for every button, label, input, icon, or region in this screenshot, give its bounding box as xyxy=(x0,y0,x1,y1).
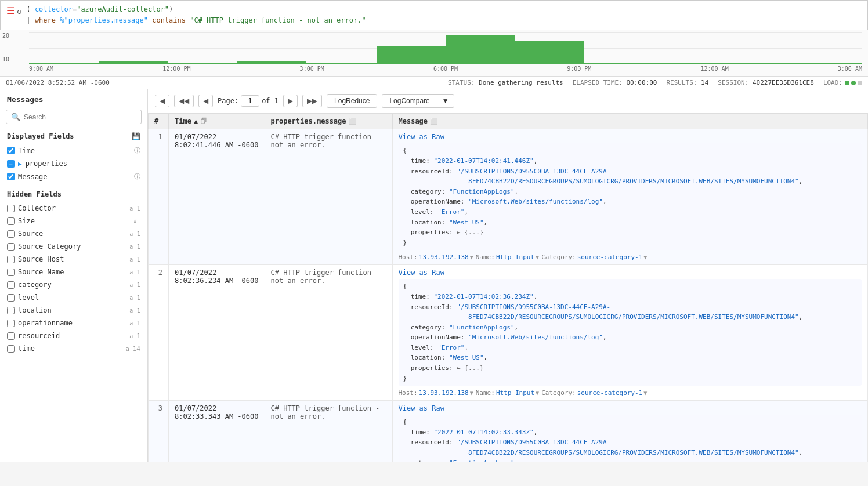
table-row: 3 01/07/2022 8:02:33.343 AM -0600 C# HTT… xyxy=(149,401,868,463)
category-checkbox[interactable] xyxy=(7,281,15,289)
log-reduce-button[interactable]: LogReduce xyxy=(327,94,377,108)
log-compare-button[interactable]: LogCompare xyxy=(382,94,436,108)
hidden-field-resourceid[interactable]: resourceid a 1 xyxy=(0,329,147,342)
field-item-time[interactable]: Time ⓘ xyxy=(0,144,147,157)
source-host-checkbox[interactable] xyxy=(7,256,15,263)
status-value: Done gathering results xyxy=(479,79,563,86)
location-checkbox[interactable] xyxy=(7,307,15,314)
category-key-1: Category: xyxy=(541,253,576,261)
host-val-2[interactable]: 13.93.192.138 xyxy=(419,389,469,397)
hidden-field-source-name[interactable]: Source Name a 1 xyxy=(0,266,147,278)
hidden-field-collector[interactable]: Collector a 1 xyxy=(0,202,147,215)
hidden-field-level[interactable]: level a 1 xyxy=(0,291,147,304)
source-category-checkbox[interactable] xyxy=(7,243,15,251)
name-key-2: Name: xyxy=(476,389,495,397)
name-dropdown-1[interactable]: ▼ xyxy=(536,254,539,260)
th-properties-message[interactable]: properties.message ⬜ xyxy=(265,114,392,129)
chart-bars xyxy=(29,35,862,64)
nav-prev-button[interactable]: ◀ xyxy=(198,95,213,107)
y-label-10: 10 xyxy=(2,56,21,63)
results-table: # Time ▲ 🗍 properties.message ⬜ Message … xyxy=(148,113,868,462)
hidden-field-source-category[interactable]: Source Category a 1 xyxy=(0,240,147,253)
chart-y-labels: 20 10 xyxy=(0,30,23,65)
json-block-3: { time: "2022-01-07T14:02:33.343Z", reso… xyxy=(399,415,862,462)
search-input-wrapper[interactable]: 🔍 xyxy=(6,110,142,124)
source-count: 1 xyxy=(136,230,140,238)
nav-next-button[interactable]: ▶ xyxy=(283,95,298,107)
time-field-badge: a xyxy=(126,346,129,352)
bar-7 xyxy=(446,35,515,64)
query-line1-prefix: ( xyxy=(26,5,30,13)
query-value: "C# HTTP trigger function - not an error… xyxy=(190,16,366,24)
host-dropdown-1[interactable]: ▼ xyxy=(470,254,473,260)
search-input[interactable] xyxy=(24,113,136,121)
query-icons: ☰ ↻ xyxy=(6,4,21,16)
th-time[interactable]: Time ▲ 🗍 xyxy=(169,114,265,129)
hidden-field-operationname[interactable]: operationname a 1 xyxy=(0,317,147,329)
hidden-field-source[interactable]: Source a 1 xyxy=(0,227,147,240)
view-raw-1[interactable]: View as Raw xyxy=(399,133,444,141)
session-value: 40227EE35D361CE8 xyxy=(753,79,814,86)
query-pipe: | xyxy=(26,16,34,24)
query-collector-val: "azureAudit-collector" xyxy=(77,5,169,13)
displayed-fields-label: Displayed Fields xyxy=(7,132,74,140)
view-raw-3[interactable]: View as Raw xyxy=(399,404,444,412)
collector-checkbox[interactable] xyxy=(7,205,15,212)
category-dropdown-1[interactable]: ▼ xyxy=(643,254,647,260)
nav-first-button[interactable]: ◀ xyxy=(155,95,169,107)
x-label-5: 9:00 PM xyxy=(567,66,591,72)
hidden-fields-header: Hidden Fields xyxy=(0,187,147,202)
hidden-field-category[interactable]: category a 1 xyxy=(0,278,147,291)
host-val-1[interactable]: 13.93.192.138 xyxy=(419,253,469,261)
table-row: 2 01/07/2022 8:02:36.234 AM -0600 C# HTT… xyxy=(149,265,868,401)
x-label-6: 12:00 AM xyxy=(701,66,729,72)
nav-next-next-button[interactable]: ▶▶ xyxy=(302,95,322,107)
bar-8 xyxy=(515,41,584,64)
hidden-field-location[interactable]: location a 1 xyxy=(0,304,147,317)
log-compare-dropdown[interactable]: ▼ xyxy=(437,94,454,108)
field-item-properties[interactable]: − ▶ properties xyxy=(0,157,147,170)
save-fields-icon[interactable]: 💾 xyxy=(132,132,140,140)
size-checkbox[interactable] xyxy=(7,217,15,225)
load-label: LOAD: xyxy=(823,79,842,86)
hidden-field-size[interactable]: Size # xyxy=(0,215,147,227)
name-val-2[interactable]: Http Input xyxy=(496,389,534,397)
field-item-message[interactable]: Message ⓘ xyxy=(0,170,147,183)
level-badge: a xyxy=(129,295,133,301)
page-total: of 1 xyxy=(262,97,279,105)
expand-icon[interactable]: ▶ xyxy=(18,160,22,168)
th-num: # xyxy=(149,114,169,129)
source-label: Source xyxy=(18,230,126,238)
name-val-1[interactable]: Http Input xyxy=(496,253,534,261)
name-dropdown-2[interactable]: ▼ xyxy=(536,390,539,396)
results-value: 14 xyxy=(701,79,708,86)
properties-checkbox[interactable]: − xyxy=(7,160,15,168)
operationname-count: 1 xyxy=(136,320,140,327)
source-checkbox[interactable] xyxy=(7,230,15,238)
category-item-2: Category:source-category-1▼ xyxy=(541,389,647,397)
category-dropdown-2[interactable]: ▼ xyxy=(643,390,647,396)
row-message-2: View as Raw { time: "2022-01-07T14:02:36… xyxy=(392,265,868,401)
message-checkbox[interactable] xyxy=(7,173,15,180)
time-checkbox[interactable] xyxy=(7,147,15,154)
message-label: Message xyxy=(18,173,131,181)
hidden-field-time[interactable]: time a 14 xyxy=(0,342,147,355)
host-dropdown-2[interactable]: ▼ xyxy=(470,390,473,396)
main-layout: Messages 🔍 Displayed Fields 💾 Time ⓘ − ▶… xyxy=(0,89,868,462)
refresh-icon[interactable]: ↻ xyxy=(17,6,21,16)
operationname-checkbox[interactable] xyxy=(7,320,15,327)
time-field-checkbox[interactable] xyxy=(7,345,15,353)
hidden-field-source-host[interactable]: Source Host a 1 xyxy=(0,253,147,266)
level-checkbox[interactable] xyxy=(7,294,15,302)
save-icon[interactable]: ☰ xyxy=(6,5,15,16)
resourceid-checkbox[interactable] xyxy=(7,332,15,340)
row-props-2: C# HTTP trigger function - not an error. xyxy=(265,265,392,401)
view-raw-2[interactable]: View as Raw xyxy=(399,269,444,277)
search-box[interactable]: 🔍 xyxy=(0,107,147,129)
source-name-checkbox[interactable] xyxy=(7,269,15,276)
category-val-1[interactable]: source-category-1 xyxy=(577,253,643,261)
page-input[interactable] xyxy=(241,95,259,107)
category-val-2[interactable]: source-category-1 xyxy=(577,389,643,397)
th-message[interactable]: Message ⬜ xyxy=(392,114,868,129)
nav-prev-prev-button[interactable]: ◀◀ xyxy=(174,95,194,107)
